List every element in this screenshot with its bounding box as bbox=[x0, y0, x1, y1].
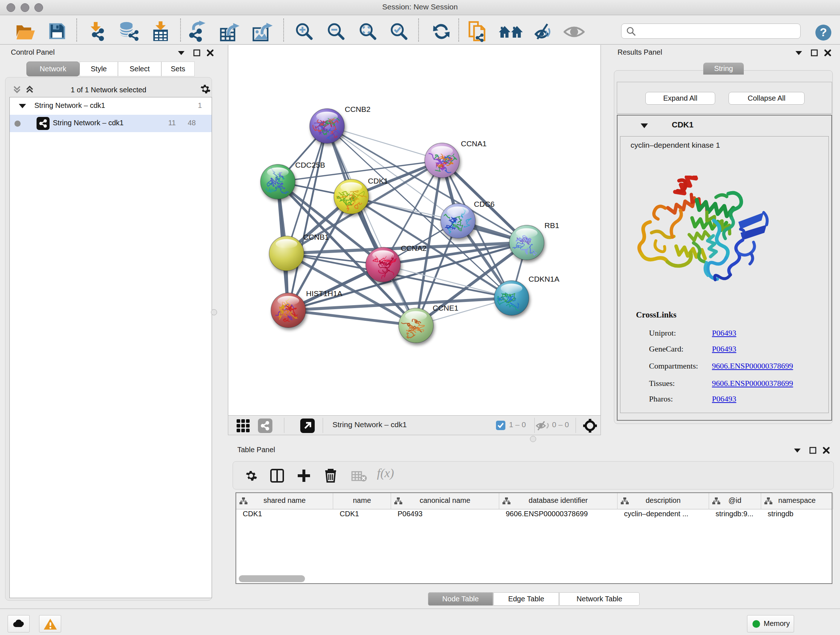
svg-text:CDC6: CDC6 bbox=[474, 200, 494, 208]
svg-text:CCNA1: CCNA1 bbox=[461, 139, 486, 148]
svg-text:CDKN1A: CDKN1A bbox=[529, 275, 559, 283]
svg-text:HIST1H1A: HIST1H1A bbox=[306, 289, 342, 298]
svg-text:RB1: RB1 bbox=[545, 221, 559, 230]
svg-text:CCNB2: CCNB2 bbox=[345, 105, 370, 113]
svg-text:CDK1: CDK1 bbox=[368, 177, 388, 185]
svg-text:?: ? bbox=[820, 26, 827, 39]
svg-text:CCNE1: CCNE1 bbox=[433, 304, 458, 312]
svg-text:CCNB1: CCNB1 bbox=[303, 233, 329, 241]
svg-text:CCNA2: CCNA2 bbox=[401, 244, 426, 252]
svg-text:CDC25B: CDC25B bbox=[295, 161, 325, 169]
